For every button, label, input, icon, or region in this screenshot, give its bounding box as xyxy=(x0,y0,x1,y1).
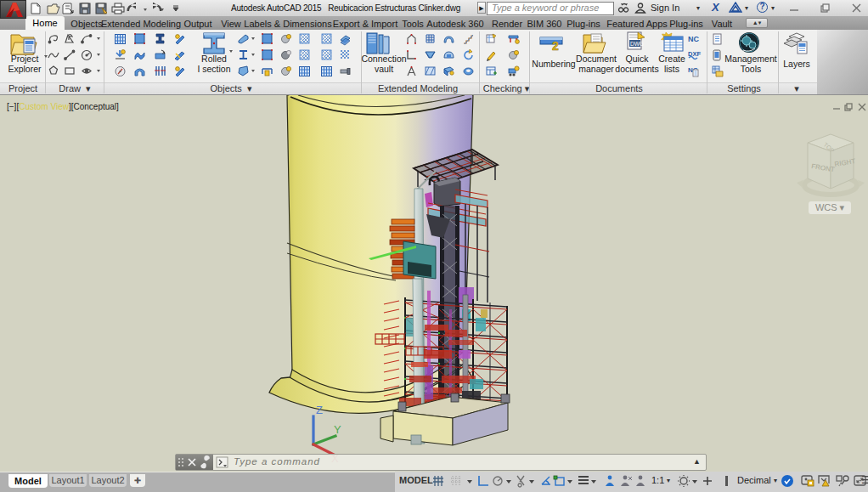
svg-text:2: 2 xyxy=(552,39,559,53)
svg-text:Z: Z xyxy=(316,404,323,416)
svg-text:Y: Y xyxy=(334,423,341,436)
svg-text:NC: NC xyxy=(688,35,699,43)
svg-text:DWG: DWG xyxy=(630,41,644,47)
